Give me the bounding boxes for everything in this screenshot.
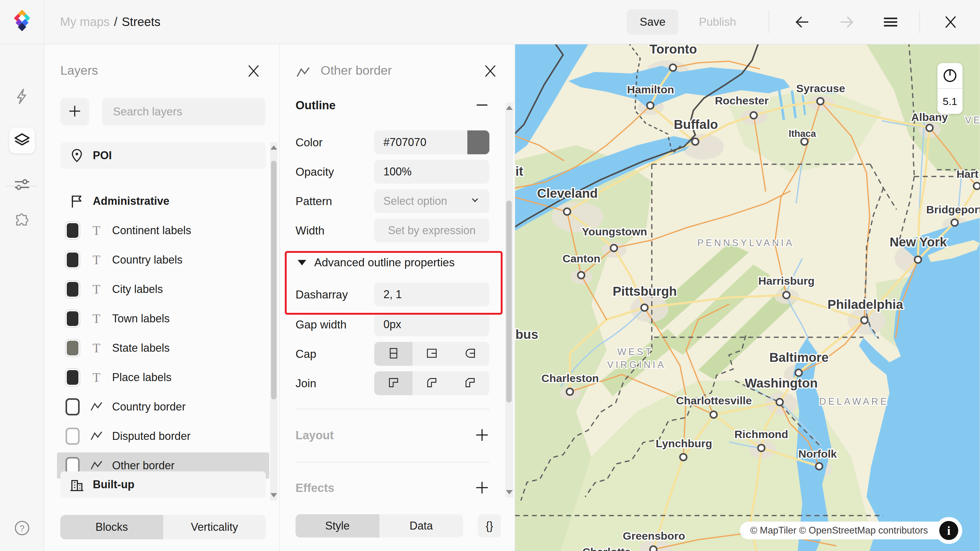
attribution-info-button[interactable]: i [935,517,962,544]
map-attribution: © MapTiler © OpenStreetMap contributors … [740,522,950,539]
opacity-input[interactable] [374,160,489,184]
join-bevel-icon [463,376,477,391]
city-dot-charleston [566,389,573,395]
scroll-down-icon[interactable] [270,493,277,497]
tab-data[interactable]: Data [379,514,463,538]
layer-item-place-labels[interactable]: TPlace labels [60,364,266,391]
layers-scrollbar-thumb[interactable] [271,161,277,400]
city-label-charlottesville: Charlottesville [676,394,752,407]
add-layer-button[interactable] [60,98,89,125]
collapse-outline-button[interactable] [473,97,491,115]
layer-item-country-labels[interactable]: TCountry labels [60,247,266,273]
city-dot-philadelphia [861,317,868,324]
properties-scrollbar[interactable] [505,103,513,497]
add-layout-button[interactable] [473,426,491,445]
breadcrumb-parent[interactable]: My maps [60,15,110,29]
outline-section-title: Outline [296,99,336,112]
width-field-label: Width [296,224,325,237]
join-segmented-control [374,371,489,395]
color-swatch[interactable] [467,130,489,154]
city-label-rochester: Rochester [715,94,769,107]
city-label-new-york: New York [890,235,947,249]
add-effect-button[interactable] [473,479,491,497]
layer-group-administrative[interactable]: Administrative [60,188,266,214]
city-label-buffalo: Buffalo [674,117,718,132]
search-layers-input[interactable] [102,98,266,125]
layer-label: Other border [112,459,175,472]
join-option-bevel[interactable] [451,371,489,395]
svg-text:T: T [92,370,100,384]
scroll-down-icon[interactable] [506,490,513,494]
section-divider [296,462,489,462]
undo-button[interactable] [792,12,813,32]
layers-tab[interactable] [9,128,35,153]
properties-panel-close-button[interactable] [482,63,499,80]
close-editor-button[interactable] [940,12,961,32]
layers-panel-close-button[interactable] [245,63,262,80]
city-dot-cleveland [564,208,571,215]
layer-visibility-swatch[interactable] [65,251,80,268]
map-history-button[interactable] [937,63,963,88]
json-editor-button[interactable]: {} [478,514,501,538]
layers-scrollbar[interactable] [270,142,277,500]
gap-width-field-label: Gap width [296,318,347,331]
maptiler-logo-icon [9,8,35,36]
layer-group-built-up[interactable]: Built-up [60,472,266,498]
layer-item-continent-labels[interactable]: TContinent labels [60,218,266,244]
layer-label: Country border [112,400,186,413]
join-option-miter[interactable] [374,371,412,395]
layer-visibility-swatch[interactable] [65,369,80,386]
text-icon: T [89,341,103,355]
z[interactable]: 5.1 [937,89,963,114]
layer-visibility-swatch[interactable] [65,340,80,357]
cap-option-butt[interactable] [374,342,412,366]
cap-option-round[interactable] [451,342,489,366]
layer-item-disputed-border[interactable]: Disputed border [60,423,266,449]
width-expression-button[interactable]: Set by expression [374,219,489,243]
city-dot-bridgeport [951,219,958,226]
save-button[interactable]: Save [627,10,678,35]
layer-item-state-labels[interactable]: TState labels [60,335,266,361]
city-dot-greensboro [650,546,657,551]
redo-button[interactable] [836,12,857,32]
layer-group-poi[interactable]: POI [60,142,266,169]
city-dot-richmond [758,445,765,451]
layer-item-town-labels[interactable]: TTown labels [60,305,266,332]
cap-option-square[interactable] [412,342,451,366]
map-canvas[interactable]: PENNSYLVANIAWESTVIRGINIADELAWAREVER Toro… [514,44,980,551]
layer-visibility-swatch[interactable] [65,310,80,327]
menu-button[interactable] [880,12,901,32]
properties-panel-title: Other border [321,64,392,78]
text-icon: T [89,253,103,267]
city-label-baltimore: Baltimore [769,350,829,365]
map-zoom-control: 5.1 [937,63,963,114]
quick-actions-tab[interactable] [9,84,35,110]
dasharray-input[interactable] [374,283,489,306]
layer-label: Disputed border [112,430,191,443]
maptiler-logo[interactable] [0,0,45,44]
properties-scrollbar-thumb[interactable] [506,200,512,403]
layer-visibility-swatch[interactable] [65,428,80,445]
layer-visibility-swatch[interactable] [65,281,80,298]
scroll-up-icon[interactable] [506,106,513,110]
help-button[interactable]: ? [9,516,35,541]
layer-visibility-swatch[interactable] [65,222,80,239]
settings-tab[interactable] [9,172,35,198]
plugins-tab[interactable] [9,208,35,234]
publish-button[interactable]: Publish [689,10,747,35]
tab-style[interactable]: Style [296,514,379,538]
layer-item-country-border[interactable]: Country border [60,394,266,420]
layer-item-city-labels[interactable]: TCity labels [60,276,266,302]
pattern-select[interactable]: Select option [374,189,489,213]
gap-width-input[interactable] [374,313,489,337]
tab-verticality[interactable]: Verticality [163,515,266,539]
advanced-outline-toggle[interactable]: Advanced outline properties [298,256,455,269]
city-dot-buffalo [692,138,698,145]
scroll-up-icon[interactable] [270,145,277,150]
cap-butt-icon [386,347,401,361]
layer-visibility-swatch[interactable] [65,398,80,415]
svg-text:T: T [92,224,100,238]
line-layer-icon [295,65,311,81]
tab-blocks[interactable]: Blocks [60,515,163,539]
join-option-round[interactable] [412,371,451,395]
